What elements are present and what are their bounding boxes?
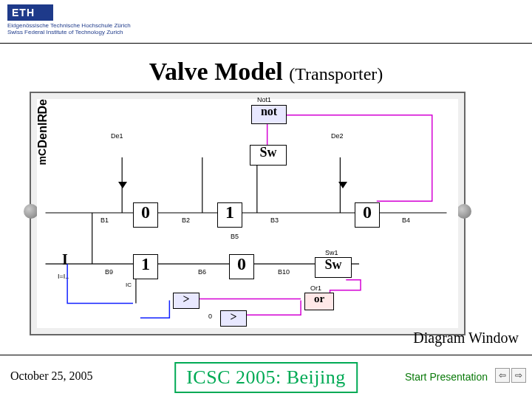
label-not1: Not1 (257, 97, 271, 103)
label-de-left: De (37, 99, 49, 114)
not-block: not (251, 105, 287, 124)
slide-footer: October 25, 2005 ICSC 2005: Beijing Star… (0, 359, 532, 396)
next-button[interactable]: ⇨ (511, 368, 526, 383)
node-one-1: 1 (217, 202, 242, 228)
title-main: Valve Model (149, 58, 283, 85)
label-b4: B4 (402, 217, 410, 224)
institution-line-2: Swiss Federal Institute of Technology Zu… (7, 29, 131, 35)
footer-divider (0, 355, 532, 355)
switch-top: Sw (250, 145, 287, 166)
eth-logo: ETH (7, 4, 53, 21)
connector-knob-left (24, 204, 38, 219)
prev-button[interactable]: ⇦ (495, 368, 510, 383)
label-de1b: De1 (111, 133, 123, 140)
footer-date: October 25, 2005 (10, 369, 93, 383)
connector-knob-right (457, 204, 471, 219)
conference-badge: ICSC 2005: Beijing (174, 362, 358, 393)
label-b5: B5 (231, 233, 239, 240)
wires-svg (37, 99, 458, 328)
diagram-window: not Not1 De De1 nlR Sw De De2 0 1 0 B1 B… (30, 92, 466, 335)
start-presentation-link[interactable]: Start Presentation (405, 371, 488, 383)
gt-block-2: > (220, 310, 247, 327)
label-b6: B6 (198, 269, 206, 276)
node-zero-3: 0 (229, 254, 254, 279)
title-sub: (Transporter) (289, 64, 383, 83)
label-b3: B3 (270, 217, 279, 224)
slide-title: Valve Model (Transporter) (0, 58, 532, 86)
node-one-2: 1 (133, 254, 158, 279)
label-or1: Or1 (310, 285, 321, 292)
label-nlr: nlR (37, 114, 49, 133)
diode-icon-2 (338, 182, 347, 188)
nav-controls: ⇦⇨ (494, 368, 526, 383)
label-zero: 0 (208, 313, 212, 320)
diode-icon (118, 182, 127, 188)
label-mc: mC (37, 149, 47, 166)
label-il: I=I.. (58, 273, 69, 280)
label-b10: B10 (278, 269, 290, 276)
header-divider (0, 43, 532, 44)
or-block: or (304, 293, 334, 310)
node-zero-2: 0 (355, 202, 380, 228)
label-b9: B9 (105, 269, 113, 276)
diagram-caption: Diagram Window (413, 330, 519, 347)
label-sw1: Sw1 (325, 250, 338, 256)
institution-line-1: Eidgenössische Technische Hochschule Zür… (7, 22, 131, 29)
gt-block-1: > (173, 293, 200, 309)
switch-bot: Sw (315, 257, 352, 278)
slide-header: ETH Eidgenössische Technische Hochschule… (0, 0, 532, 43)
node-zero-1: 0 (133, 202, 158, 228)
label-b2: B2 (182, 217, 190, 224)
label-b1: B1 (100, 217, 109, 224)
institution-text: Eidgenössische Technische Hochschule Zür… (7, 22, 131, 35)
diagram-canvas: not Not1 De De1 nlR Sw De De2 0 1 0 B1 B… (37, 99, 458, 328)
label-de2b: De2 (331, 133, 344, 140)
label-de-right: De (37, 133, 49, 148)
current-source: I (62, 251, 68, 268)
label-mc-ic: IC (126, 282, 132, 288)
